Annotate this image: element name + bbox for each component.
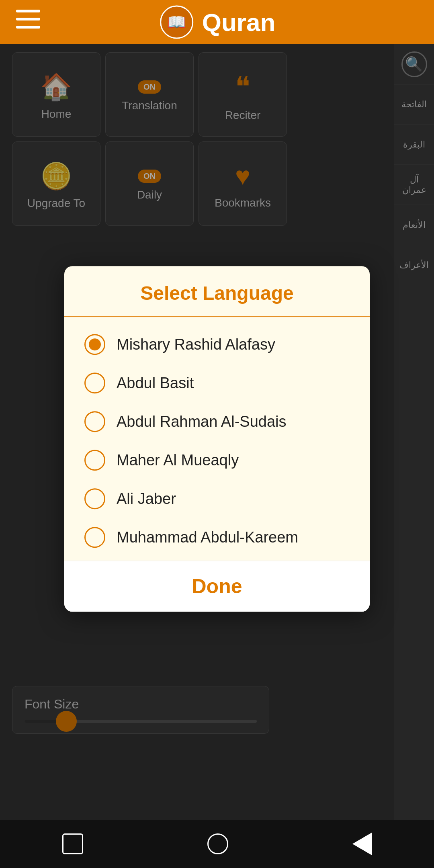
back-icon bbox=[352, 833, 372, 855]
nav-back-button[interactable] bbox=[352, 833, 372, 855]
option-abdul-rahman[interactable]: Abdul Rahman Al-Sudais bbox=[84, 402, 350, 441]
radio-maher[interactable] bbox=[84, 450, 105, 471]
option-ali-jaber-label: Ali Jaber bbox=[117, 490, 176, 508]
svg-text:📖: 📖 bbox=[167, 13, 186, 31]
dialog-title: Select Language bbox=[84, 282, 350, 304]
option-mishary-label: Mishary Rashid Alafasy bbox=[117, 336, 275, 353]
radio-ali-jaber[interactable] bbox=[84, 488, 105, 509]
option-mishary[interactable]: Mishary Rashid Alafasy bbox=[84, 325, 350, 364]
svg-rect-1 bbox=[16, 18, 40, 20]
nav-home-button[interactable] bbox=[207, 833, 228, 854]
radio-mishary[interactable] bbox=[84, 334, 105, 355]
option-abdul-basit-label: Abdul Basit bbox=[117, 375, 194, 392]
svg-rect-2 bbox=[16, 26, 40, 29]
option-maher-label: Maher Al Mueaqly bbox=[117, 452, 239, 469]
select-language-dialog: Select Language Mishary Rashid Alafasy A… bbox=[64, 266, 370, 612]
dialog-header: Select Language bbox=[64, 266, 370, 317]
dialog-body: Mishary Rashid Alafasy Abdul Basit Abdul… bbox=[64, 317, 370, 561]
option-muhammad-label: Muhammad Abdul-Kareem bbox=[117, 529, 298, 546]
radio-mishary-inner bbox=[89, 338, 101, 350]
svg-rect-0 bbox=[16, 10, 40, 12]
menu-icon[interactable] bbox=[16, 10, 40, 35]
circle-icon bbox=[207, 833, 228, 854]
option-maher[interactable]: Maher Al Mueaqly bbox=[84, 441, 350, 479]
app-name: Quran bbox=[202, 8, 276, 37]
header: 📖 Quran bbox=[0, 0, 434, 44]
option-abdul-rahman-label: Abdul Rahman Al-Sudais bbox=[117, 413, 286, 430]
radio-abdul-rahman[interactable] bbox=[84, 411, 105, 432]
background-content: 🏠 Home ON Translation ❝ Reciter 🪙 Upgrad… bbox=[0, 44, 434, 820]
done-button[interactable]: Done bbox=[84, 575, 350, 598]
quran-logo-icon: 📖 bbox=[159, 4, 195, 40]
dialog-footer: Done bbox=[64, 561, 370, 612]
radio-abdul-basit[interactable] bbox=[84, 373, 105, 393]
square-icon bbox=[62, 833, 83, 854]
bottom-navigation bbox=[0, 820, 434, 868]
radio-muhammad[interactable] bbox=[84, 527, 105, 548]
app-logo: 📖 Quran bbox=[159, 4, 276, 40]
nav-square-button[interactable] bbox=[62, 833, 83, 854]
option-muhammad[interactable]: Muhammad Abdul-Kareem bbox=[84, 518, 350, 557]
option-abdul-basit[interactable]: Abdul Basit bbox=[84, 364, 350, 402]
option-ali-jaber[interactable]: Ali Jaber bbox=[84, 479, 350, 518]
